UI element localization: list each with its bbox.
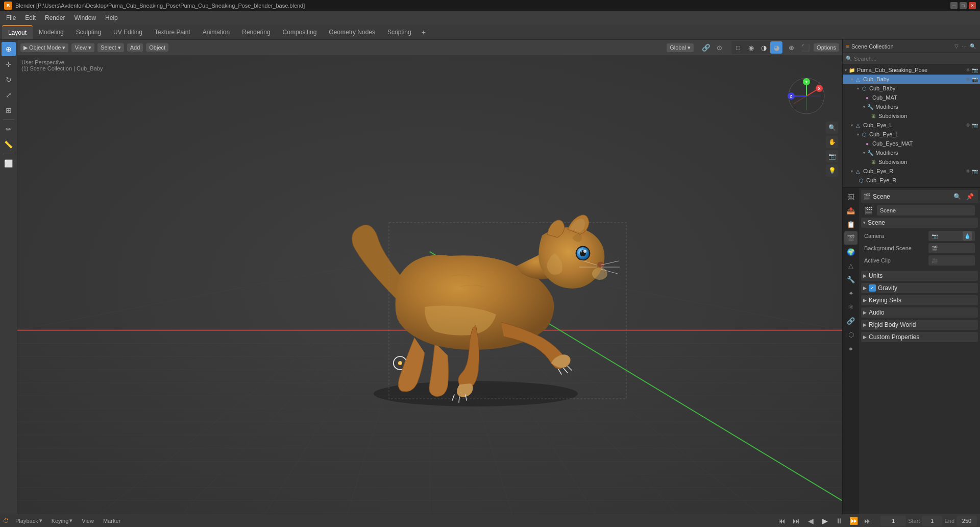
tool-move[interactable]: ✛ [2,57,16,71]
active-clip-field[interactable]: 🎥 [928,255,975,266]
outliner-item-modifiers[interactable]: ▾ 🔧 Modifiers [843,102,980,111]
shading-solid[interactable]: ◉ [745,41,757,54]
prop-tab-particles[interactable]: ✦ [844,286,857,300]
gizmo-camera[interactable]: 📷 [826,150,838,162]
props-search-button[interactable]: 🔍 [951,192,963,201]
options-button[interactable]: Options [814,43,839,52]
tool-cursor[interactable]: ⊕ [2,42,16,56]
scene-section-header[interactable]: ▾ Scene [861,218,978,228]
menu-edit[interactable]: Edit [21,13,40,22]
outliner-search-button[interactable]: 🔍 [969,42,977,50]
jump-start-button[interactable]: ⏭ [791,515,802,526]
outliner-filter-button[interactable]: ▽ [953,42,960,50]
prop-tab-scene[interactable]: 🎬 [844,231,857,245]
vis-render-icon[interactable]: 📷 [972,123,978,128]
gizmo-lamp[interactable]: 💡 [826,164,838,177]
prop-tab-output[interactable]: 📤 [844,204,857,217]
tool-rotate[interactable]: ↻ [2,73,16,87]
snap-button[interactable]: 🔗 [700,41,712,54]
gizmo-pan[interactable]: ✋ [826,136,838,148]
tab-compositing[interactable]: Compositing [277,25,323,39]
add-menu[interactable]: Add [127,43,143,52]
menu-render[interactable]: Render [41,13,69,22]
close-button[interactable]: ✕ [969,2,976,9]
outliner-item-subdivision-2[interactable]: ⊞ Subdivision [843,157,980,166]
marker-menu[interactable]: Marker [100,517,124,525]
add-workspace-button[interactable]: + [418,26,430,38]
outliner-item-cub-eye-l[interactable]: ▾ △ Cub_Eye_L 👁 📷 [843,121,980,130]
end-frame-input[interactable]: 250 [957,516,977,526]
tool-add-cube[interactable]: ⬜ [2,156,16,171]
menu-window[interactable]: Window [70,13,100,22]
shading-wireframe[interactable]: □ [732,41,744,54]
prop-tab-view-layer[interactable]: 📋 [844,218,857,231]
shading-material[interactable]: ◑ [757,41,770,54]
menu-file[interactable]: File [2,13,20,22]
gravity-checkbox[interactable]: ✓ [869,284,876,292]
overlay-button[interactable]: ⊛ [785,41,797,54]
prop-tab-material[interactable]: ● [844,342,857,355]
audio-section-header[interactable]: ▶ Audio [861,307,978,318]
vis-render-icon[interactable]: 📷 [972,67,978,73]
outliner-item-subdivision[interactable]: ⊞ Subdivision [843,111,980,121]
props-pin-button[interactable]: 📌 [964,192,976,201]
outliner-item-cub-eye-l-mesh[interactable]: ▾ ⬡ Cub_Eye_L [843,130,980,139]
custom-properties-header[interactable]: ▶ Custom Properties [861,332,978,342]
global-selector[interactable]: Global ▾ [667,43,694,52]
view-menu[interactable]: View ▾ [71,43,94,52]
jump-end-button[interactable]: ⏭ [862,515,873,526]
select-menu[interactable]: Select ▾ [97,43,124,52]
viewport-area[interactable]: ▶ Object Mode ▾ View ▾ Select ▾ Add Obje… [17,40,842,514]
vis-render-icon[interactable]: 📷 [972,169,978,174]
outliner-search-input[interactable] [854,56,977,62]
tab-rendering[interactable]: Rendering [236,25,276,39]
units-section-header[interactable]: ▶ Units [861,271,978,281]
tool-measure[interactable]: 📏 [2,137,16,152]
camera-field[interactable]: 📷 💧 [928,231,975,241]
prop-tab-modifiers[interactable]: 🔧 [844,273,857,286]
mode-selector[interactable]: ▶ Object Mode ▾ [20,43,68,52]
keyframe-prev-button[interactable]: ⏮ [776,515,788,526]
shading-render[interactable]: ◕ [770,41,782,54]
proportional-edit-button[interactable]: ⊙ [713,41,725,54]
gravity-section-header[interactable]: ▶ ✓ Gravity [861,283,978,293]
outliner-item-root-collection[interactable]: ▾ 📁 Puma_Cub_Sneaking_Pose 👁 📷 [843,65,980,75]
window-controls[interactable]: ─ □ ✕ [950,2,976,9]
vis-render-icon[interactable]: 📷 [972,77,978,82]
tool-scale[interactable]: ⤢ [2,88,16,102]
tab-sculpting[interactable]: Sculpting [70,25,107,39]
tool-transform[interactable]: ⊞ [2,103,16,117]
prop-tab-world[interactable]: 🌍 [844,245,857,258]
vis-eye-icon[interactable]: 👁 [966,77,971,82]
tab-scripting[interactable]: Scripting [381,25,418,39]
maximize-button[interactable]: □ [960,2,967,9]
playback-menu[interactable]: Playback ▾ [12,516,45,525]
play-button[interactable]: ▶ [819,515,830,526]
object-menu[interactable]: Object [146,43,168,52]
keying-menu[interactable]: Keying ▾ [48,516,76,525]
scene-name-field[interactable]: Scene [877,205,975,215]
stop-button[interactable]: ⏸ [834,515,845,526]
prop-tab-data[interactable]: ⬡ [844,328,857,341]
vis-eye-icon[interactable]: 👁 [966,169,971,174]
outliner-item-cub-eye-r-mesh[interactable]: ⬡ Cub_Eye_R [843,176,980,185]
outliner-display-button[interactable]: ⋯ [961,42,968,50]
camera-eyedropper[interactable]: 💧 [963,231,972,241]
tab-texture-paint[interactable]: Texture Paint [149,25,197,39]
minimize-button[interactable]: ─ [950,2,958,9]
start-frame-input[interactable]: 1 [922,516,942,526]
outliner-item-cub-eyes-mat[interactable]: ● Cub_Eyes_MAT [843,139,980,148]
tab-modeling[interactable]: Modeling [33,25,70,39]
gizmo-zoom[interactable]: 🔍 [826,122,838,134]
vis-eye-icon[interactable]: 👁 [966,123,971,128]
next-frame-button[interactable]: ⏩ [848,515,859,526]
tab-animation[interactable]: Animation [197,25,236,39]
play-back-button[interactable]: ◀ [805,515,816,526]
menu-help[interactable]: Help [101,13,122,22]
outliner-item-cub-baby[interactable]: ▾ △ Cub_Baby 👁 📷 [843,75,980,84]
outliner-item-cub-mat[interactable]: ● Cub_MAT [843,93,980,102]
outliner-item-cub-eye-r[interactable]: ▾ △ Cub_Eye_R 👁 📷 [843,166,980,176]
keying-sets-header[interactable]: ▶ Keying Sets [861,295,978,305]
background-scene-field[interactable]: 🎬 [928,243,975,253]
3d-viewport-canvas[interactable]: X Y Z 🔍 ✋ 📷 💡 [17,55,842,514]
